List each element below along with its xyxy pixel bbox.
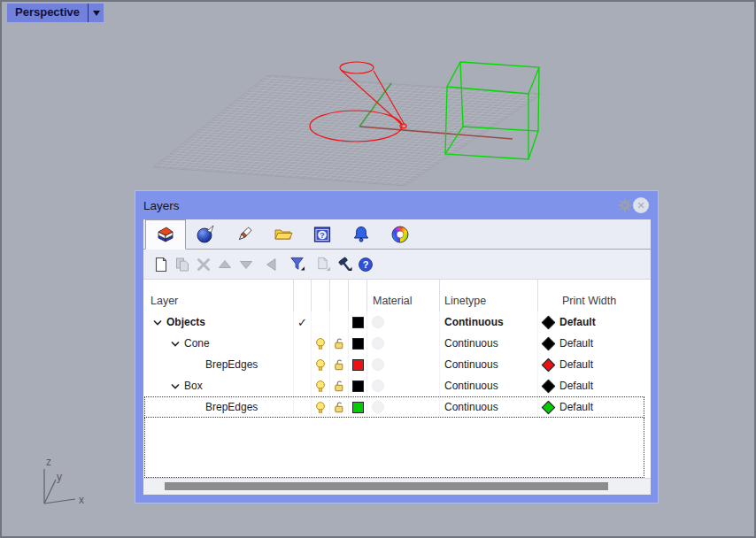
print-width-diamond-icon	[542, 357, 556, 372]
expand-chevron-icon[interactable]	[171, 341, 180, 347]
tab-notifications[interactable]	[342, 219, 381, 249]
visibility-toggle[interactable]	[312, 354, 330, 375]
help-panel-icon: ?	[312, 225, 332, 244]
column-layer[interactable]: Layer	[143, 280, 294, 311]
parent-layer-button[interactable]	[264, 257, 280, 273]
column-visible[interactable]	[312, 280, 330, 311]
layer-page-button[interactable]	[315, 257, 331, 273]
layer-color-swatch[interactable]	[352, 338, 364, 350]
visibility-toggle[interactable]	[312, 375, 330, 396]
filter-icon	[289, 256, 305, 273]
copy-layer-button[interactable]	[174, 257, 190, 273]
filter-button[interactable]	[289, 257, 305, 273]
scrollbar-thumb[interactable]	[165, 482, 608, 490]
linetype-value[interactable]: Continuous	[444, 337, 498, 350]
expand-chevron-icon[interactable]	[153, 319, 162, 326]
help-icon: ?	[358, 257, 374, 273]
material-swatch[interactable]	[372, 337, 384, 350]
list-empty-area[interactable]	[144, 418, 644, 478]
column-locked[interactable]	[330, 280, 349, 311]
print-width-value[interactable]: Default	[559, 358, 593, 371]
material-swatch[interactable]	[372, 358, 384, 371]
column-current[interactable]	[294, 280, 312, 311]
linetype-value[interactable]: Continuous	[444, 358, 498, 371]
close-icon[interactable]: ✕	[633, 197, 649, 213]
column-color[interactable]	[349, 280, 367, 311]
tab-files[interactable]	[264, 219, 303, 249]
layer-name[interactable]: Cone	[184, 337, 210, 350]
panel-content: ?	[143, 219, 651, 495]
ground-grid	[153, 75, 542, 186]
linetype-value[interactable]: Continuous	[444, 316, 504, 328]
x-axis-label: x	[79, 494, 84, 506]
y-axis-label: y	[57, 471, 62, 483]
lock-toggle[interactable]	[330, 354, 349, 375]
visibility-toggle[interactable]	[312, 333, 330, 354]
box-wireframe[interactable]	[445, 62, 539, 159]
svg-text:?: ?	[320, 230, 325, 240]
tab-pen[interactable]	[225, 219, 264, 249]
print-width-diamond-icon	[542, 400, 556, 414]
x-axis-line	[359, 127, 513, 139]
material-swatch[interactable]	[372, 380, 384, 392]
layer-color-swatch[interactable]	[352, 317, 364, 328]
material-swatch[interactable]	[372, 401, 384, 413]
y-axis-line	[359, 83, 391, 127]
help-button[interactable]: ?	[358, 257, 374, 273]
layer-name[interactable]: Box	[184, 380, 203, 392]
table-row[interactable]: BrepEdges Continuous	[143, 354, 651, 375]
new-layer-icon	[153, 257, 169, 273]
copy-layer-icon	[174, 257, 190, 273]
layer-color-swatch[interactable]	[352, 359, 364, 371]
material-swatch[interactable]	[372, 316, 384, 328]
viewport-tab-menu-button[interactable]	[88, 4, 104, 22]
layer-color-swatch[interactable]	[352, 402, 364, 413]
table-row[interactable]: Objects ✓ Continuous Default	[143, 311, 651, 333]
tab-layers[interactable]	[145, 219, 186, 250]
layer-name[interactable]: BrepEdges	[205, 401, 258, 413]
lock-toggle[interactable]	[330, 333, 349, 354]
cone-wireframe[interactable]	[310, 62, 406, 142]
horizontal-scrollbar[interactable]	[143, 478, 651, 495]
layer-name[interactable]: Objects	[166, 316, 205, 328]
layer-color-swatch[interactable]	[352, 380, 364, 392]
axis-gnomon	[44, 469, 75, 503]
column-print-width[interactable]: Print Width	[538, 280, 651, 311]
print-width-value[interactable]: Default	[559, 316, 596, 328]
visibility-toggle[interactable]	[312, 396, 330, 418]
viewport-tab[interactable]: Perspective	[7, 4, 104, 22]
move-up-button[interactable]	[217, 257, 233, 273]
layers-panel-titlebar[interactable]: Layers ✕	[135, 191, 658, 219]
viewport-tab-label[interactable]: Perspective	[7, 4, 88, 22]
lock-toggle[interactable]	[330, 396, 349, 418]
tools-icon	[336, 256, 352, 273]
layers-table: Layer Material Linetype Print Width Obje…	[143, 280, 651, 495]
table-row[interactable]: Cone Continuous	[143, 333, 651, 354]
delete-layer-button[interactable]	[196, 257, 212, 273]
delete-layer-icon	[196, 257, 212, 273]
expand-chevron-icon[interactable]	[171, 383, 180, 389]
tab-colors[interactable]	[381, 219, 420, 249]
new-layer-button[interactable]	[153, 257, 169, 273]
print-width-value[interactable]: Default	[559, 337, 593, 350]
table-row-selected[interactable]: BrepEdges Continuous	[143, 396, 651, 418]
print-width-value[interactable]: Default	[559, 380, 593, 392]
tools-button[interactable]	[336, 257, 352, 273]
lock-toggle[interactable]	[330, 375, 349, 396]
unlocked-padlock-icon	[333, 358, 346, 372]
layers-panel[interactable]: Layers ✕	[135, 190, 659, 503]
linetype-value[interactable]: Continuous	[444, 380, 498, 392]
move-down-button[interactable]	[238, 257, 254, 273]
layer-name[interactable]: BrepEdges	[205, 358, 258, 371]
linetype-value[interactable]: Continuous	[444, 401, 498, 413]
column-material[interactable]: Material	[367, 280, 440, 311]
bulb-on-icon	[314, 358, 327, 372]
tab-help[interactable]: ?	[303, 219, 342, 249]
print-width-value[interactable]: Default	[559, 401, 593, 413]
tab-render[interactable]	[186, 219, 225, 249]
column-linetype[interactable]: Linetype	[440, 280, 538, 311]
pen-icon	[235, 225, 254, 244]
gear-icon[interactable]	[617, 197, 633, 213]
table-row[interactable]: Box Continuous	[143, 375, 651, 396]
chevron-down-icon	[93, 11, 100, 16]
